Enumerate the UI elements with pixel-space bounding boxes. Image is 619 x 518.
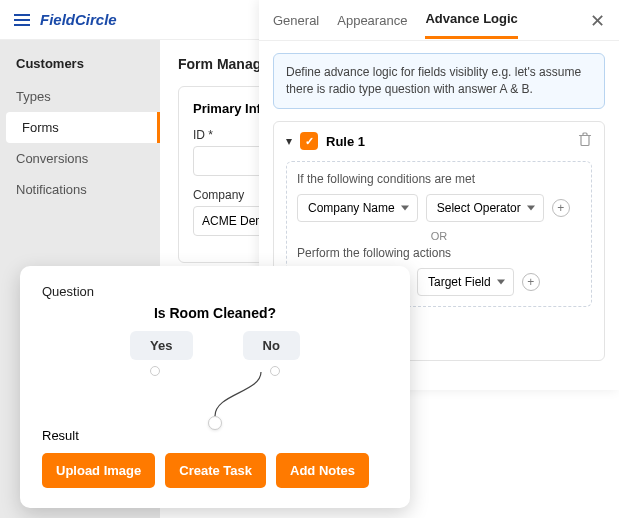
trash-icon[interactable] bbox=[578, 132, 592, 151]
create-task-button[interactable]: Create Task bbox=[165, 453, 266, 488]
result-actions: Upload Image Create Task Add Notes bbox=[42, 453, 388, 488]
flow-card: Question Is Room Cleaned? Yes No Result … bbox=[20, 266, 410, 508]
result-label: Result bbox=[42, 428, 388, 443]
sidebar-item-conversions[interactable]: Conversions bbox=[0, 143, 160, 174]
sidebar-item-types[interactable]: Types bbox=[0, 81, 160, 112]
connector bbox=[42, 378, 388, 428]
brand-logo: FieldCircle bbox=[40, 11, 117, 28]
question-label: Question bbox=[42, 284, 388, 299]
operator-dropdown[interactable]: Select Operator bbox=[426, 194, 544, 222]
sidebar-item-forms[interactable]: Forms bbox=[6, 112, 160, 143]
add-action-icon[interactable]: + bbox=[522, 273, 540, 291]
sidebar-item-notifications[interactable]: Notifications bbox=[0, 174, 160, 205]
add-condition-icon[interactable]: + bbox=[552, 199, 570, 217]
rule-header: ▾ ✓ Rule 1 bbox=[286, 132, 592, 151]
hamburger-icon[interactable] bbox=[14, 14, 30, 26]
info-box: Define advance logic for fields visiblit… bbox=[273, 53, 605, 109]
mid-node-icon bbox=[208, 416, 222, 430]
conditions-label: If the following conditions are met bbox=[297, 172, 581, 186]
actions-label: Perform the following actions bbox=[297, 246, 581, 260]
answer-row: Yes No bbox=[42, 331, 388, 360]
field-dropdown[interactable]: Company Name bbox=[297, 194, 418, 222]
add-notes-button[interactable]: Add Notes bbox=[276, 453, 369, 488]
target-dropdown[interactable]: Target Field bbox=[417, 268, 514, 296]
chevron-down-icon[interactable]: ▾ bbox=[286, 134, 292, 148]
yes-node-icon bbox=[150, 366, 160, 376]
panel-tabs: General Appearance Advance Logic ✕ bbox=[259, 0, 619, 41]
no-button[interactable]: No bbox=[243, 331, 300, 360]
condition-row: Company Name Select Operator + bbox=[297, 194, 581, 222]
upload-image-button[interactable]: Upload Image bbox=[42, 453, 155, 488]
tab-general[interactable]: General bbox=[273, 13, 319, 38]
question-text: Is Room Cleaned? bbox=[42, 305, 388, 321]
yes-button[interactable]: Yes bbox=[130, 331, 192, 360]
sidebar-title: Customers bbox=[0, 56, 160, 81]
rule-title: Rule 1 bbox=[326, 134, 365, 149]
rule-checkbox[interactable]: ✓ bbox=[300, 132, 318, 150]
tab-appearance[interactable]: Appearance bbox=[337, 13, 407, 38]
tab-advance-logic[interactable]: Advance Logic bbox=[425, 11, 517, 39]
close-icon[interactable]: ✕ bbox=[590, 10, 605, 40]
or-label: OR bbox=[297, 230, 581, 242]
